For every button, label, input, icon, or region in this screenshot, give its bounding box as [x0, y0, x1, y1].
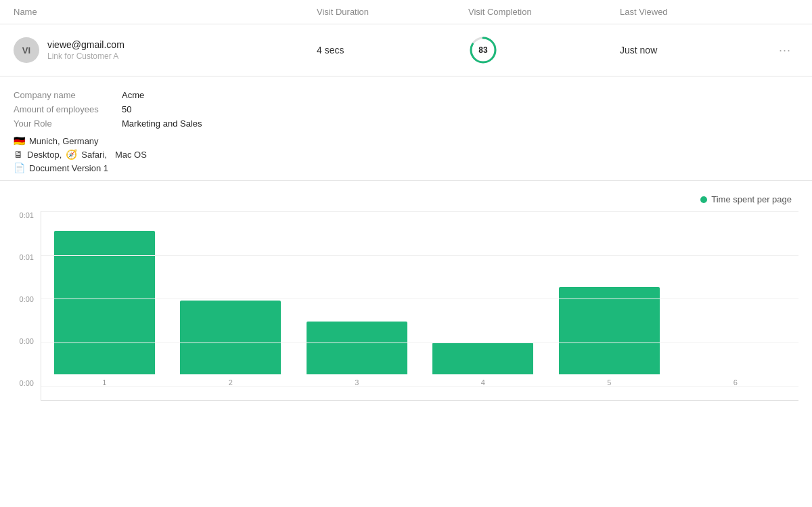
x-label-3: 3: [355, 378, 359, 387]
completion-value: 83: [478, 45, 487, 55]
x-label-4: 4: [481, 378, 485, 387]
col-visit-duration: Visit Duration: [317, 7, 468, 17]
y-label-1: 0:01: [7, 253, 39, 261]
bars-area: 1 2 3 4 5 6: [41, 211, 798, 401]
bar-group-1: 1: [41, 211, 168, 387]
bar-group-2: 2: [168, 211, 294, 387]
detail-grid: Company name Acme Amount of employees 50…: [14, 90, 798, 129]
company-name-label: Company name: [14, 90, 122, 100]
company-name-value: Acme: [122, 90, 798, 100]
location-value: Munich, Germany: [29, 136, 99, 146]
table-header: Name Visit Duration Visit Completion Las…: [0, 0, 812, 24]
bar-4: [432, 343, 533, 374]
legend-label: Time spent per page: [711, 194, 792, 204]
browser-value: Safari,: [81, 150, 107, 160]
bar-3: [307, 322, 407, 374]
col-visit-completion: Visit Completion: [468, 7, 620, 17]
safari-icon: 🧭: [66, 149, 77, 160]
y-label-4: 0:00: [7, 379, 39, 387]
col-last-viewed: Last Viewed: [620, 7, 771, 17]
bar-group-6: 6: [673, 211, 799, 387]
location-row: 🇩🇪 Munich, Germany: [14, 135, 798, 146]
document-icon: 📄: [14, 162, 25, 173]
role-label: Your Role: [14, 118, 122, 129]
employees-label: Amount of employees: [14, 104, 122, 114]
detail-panel: Company name Acme Amount of employees 50…: [0, 76, 812, 181]
device-row: 🖥 Desktop, 🧭 Safari, Mac OS: [14, 149, 798, 160]
chart-section: Time spent per page 0:01 0:01 0:00 0:00 …: [0, 181, 812, 414]
bar-1: [54, 231, 155, 374]
table-row: VI viewe@gmail.com Link for Customer A 4…: [0, 24, 812, 76]
os-value: Mac OS: [115, 150, 147, 160]
y-label-2: 0:00: [7, 295, 39, 303]
visit-duration: 4 secs: [317, 45, 468, 56]
user-info: viewe@gmail.com Link for Customer A: [47, 39, 125, 61]
y-label-0: 0:01: [7, 211, 39, 219]
completion-cell: 83: [468, 35, 620, 65]
x-label-6: 6: [734, 378, 738, 387]
more-options-button[interactable]: ···: [771, 43, 798, 58]
col-name: Name: [14, 7, 317, 17]
detail-meta: 🇩🇪 Munich, Germany 🖥 Desktop, 🧭 Safari, …: [14, 135, 798, 173]
device-value: Desktop,: [27, 150, 62, 160]
legend-dot: [700, 196, 707, 203]
bar-5: [559, 287, 660, 375]
doc-version: Document Version 1: [29, 163, 108, 173]
x-label-2: 2: [229, 378, 233, 387]
chart-container: 0:01 0:01 0:00 0:00 0:00 1 2: [7, 211, 798, 401]
doc-row: 📄 Document Version 1: [14, 162, 798, 173]
user-cell: VI viewe@gmail.com Link for Customer A: [14, 37, 317, 63]
bar-group-5: 5: [546, 211, 673, 387]
role-value: Marketing and Sales: [122, 118, 798, 129]
completion-circle: 83: [468, 35, 498, 65]
x-label-5: 5: [607, 378, 611, 387]
y-axis: 0:01 0:01 0:00 0:00 0:00: [7, 211, 39, 401]
last-viewed: Just now: [620, 45, 771, 56]
y-label-3: 0:00: [7, 337, 39, 345]
flag-icon: 🇩🇪: [14, 135, 25, 146]
link-label: Link for Customer A: [47, 51, 125, 61]
x-label-1: 1: [102, 378, 106, 387]
desktop-icon: 🖥: [14, 149, 23, 160]
bar-group-3: 3: [294, 211, 420, 387]
chart-legend: Time spent per page: [7, 194, 798, 204]
bar-group-4: 4: [420, 211, 547, 387]
employees-value: 50: [122, 104, 798, 114]
bar-2: [180, 301, 281, 374]
avatar: VI: [14, 37, 39, 63]
user-email: viewe@gmail.com: [47, 39, 125, 50]
